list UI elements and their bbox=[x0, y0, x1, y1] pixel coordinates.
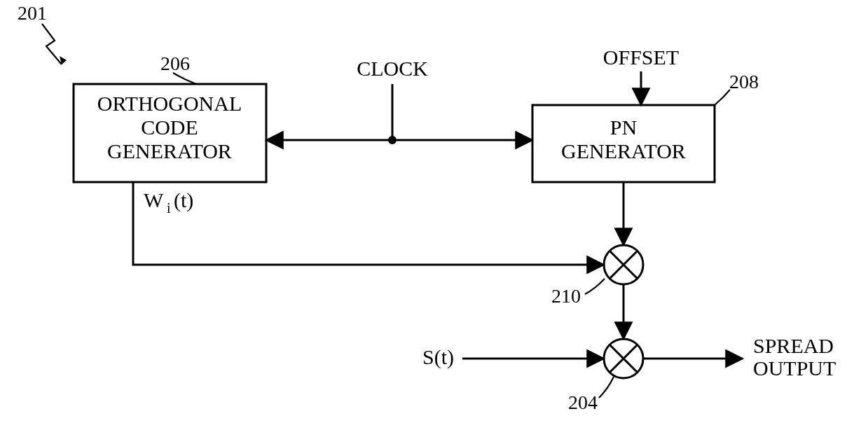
mixer-210 bbox=[604, 245, 643, 284]
mixer-210-ref: 210 bbox=[551, 285, 581, 307]
block-diagram: 201 ORTHOGONAL CODE GENERATOR 206 PN GEN… bbox=[0, 0, 868, 444]
ortho-line2: CODE bbox=[141, 116, 198, 139]
svg-text:W: W bbox=[144, 188, 164, 211]
pn-ref-leader bbox=[715, 90, 730, 105]
mixer-204 bbox=[604, 339, 643, 378]
pn-ref: 208 bbox=[729, 71, 759, 92]
svg-text:i: i bbox=[167, 200, 171, 216]
offset-label: OFFSET bbox=[603, 46, 679, 69]
mixer-210-leader bbox=[585, 279, 605, 294]
figure-ref: 201 bbox=[18, 2, 47, 24]
w-label: W i (t) bbox=[144, 188, 193, 216]
ortho-to-mixer210 bbox=[133, 182, 604, 265]
ortho-ref: 206 bbox=[160, 53, 190, 74]
w-sub: i bbox=[167, 200, 171, 216]
figure-ref-leader bbox=[42, 24, 62, 64]
w-main: W bbox=[144, 188, 164, 211]
pn-line1: PN bbox=[610, 116, 637, 139]
svg-text:(t): (t) bbox=[174, 188, 193, 212]
ortho-line3: GENERATOR bbox=[107, 139, 232, 162]
mixer-204-leader bbox=[599, 377, 614, 398]
pn-line2: GENERATOR bbox=[561, 139, 686, 162]
s-label: S(t) bbox=[422, 345, 454, 369]
output-label-1: SPREAD bbox=[753, 334, 834, 357]
clock-label: CLOCK bbox=[357, 57, 428, 80]
output-label-2: OUTPUT bbox=[753, 356, 836, 380]
mixer-204-ref: 204 bbox=[568, 391, 598, 413]
ortho-line1: ORTHOGONAL bbox=[97, 92, 242, 115]
w-arg: (t) bbox=[174, 188, 193, 212]
ortho-ref-leader bbox=[173, 73, 196, 84]
